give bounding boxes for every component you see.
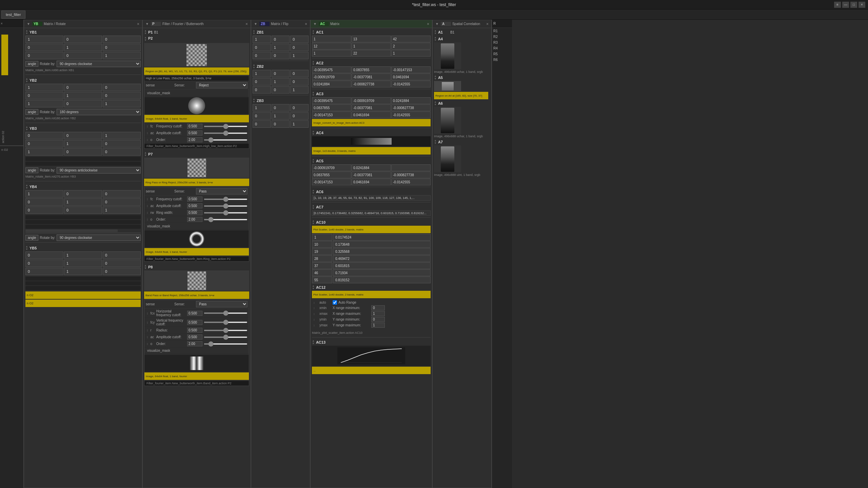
- ymax-input[interactable]: [371, 323, 385, 328]
- a6-arrows[interactable]: ▲▼: [434, 101, 437, 106]
- p7-sense-select[interactable]: Pass Reject: [196, 188, 248, 195]
- ac6-arrows[interactable]: ▲▼: [312, 189, 315, 195]
- ac4-arrows[interactable]: ▲▼: [312, 130, 315, 136]
- spatial-collapse[interactable]: ▼: [435, 22, 439, 26]
- minimize-button[interactable]: —: [842, 2, 849, 8]
- p2-o-slider[interactable]: [204, 139, 248, 141]
- yb5-arrows[interactable]: ▲▼: [25, 245, 28, 251]
- a4-arrows[interactable]: ▲▼: [434, 36, 437, 42]
- p2-fc-row: ↕ fc Frequency cutoff:: [144, 123, 249, 130]
- p8-fcy-slider[interactable]: [204, 322, 248, 323]
- ac1-matrix: 11342 1212 1221: [312, 36, 431, 57]
- p7-o-slider[interactable]: [204, 219, 248, 220]
- a1-arrows[interactable]: ▲▼: [434, 29, 437, 35]
- p8-r-input[interactable]: [187, 328, 202, 333]
- flip-close[interactable]: ×: [304, 22, 308, 26]
- p7-fc-input[interactable]: [187, 197, 202, 202]
- flip-title: Matrix / Flip: [271, 22, 289, 26]
- p2-ac-input[interactable]: [187, 130, 202, 136]
- ac5-arrows[interactable]: ▲▼: [312, 158, 315, 164]
- ac13-preview: [312, 346, 431, 366]
- yb4-angle-btn[interactable]: angle: [25, 235, 38, 241]
- matrix-rotate-close[interactable]: ×: [136, 22, 140, 26]
- p8-ac-slider[interactable]: [204, 337, 248, 338]
- p2-o-input[interactable]: [187, 137, 202, 142]
- fourier-close[interactable]: ×: [245, 22, 249, 26]
- yb4-matrix: 100 010 001: [25, 190, 141, 214]
- xmin-input[interactable]: [371, 305, 385, 310]
- ac10-arrows[interactable]: ▲▼: [312, 220, 315, 225]
- p2-fc-input[interactable]: [187, 124, 202, 129]
- p8-fcx-slider[interactable]: [204, 312, 248, 314]
- yb3-angle-btn[interactable]: angle: [25, 167, 38, 173]
- p8-fcx-input[interactable]: [187, 311, 202, 316]
- auto-range-row: ↕ auto Auto Range: [313, 300, 429, 305]
- ac2-arrows[interactable]: ▲▼: [312, 60, 315, 66]
- yb1-arrows[interactable]: ▲▼: [25, 29, 28, 35]
- a4-item: ▲▼ A4 Image, 496x688 uchar, 1 band, srgb: [434, 36, 490, 74]
- yb2-angle-btn[interactable]: angle: [25, 109, 38, 115]
- yb3-arrows[interactable]: ▲▼: [25, 126, 28, 131]
- p7-fc-slider[interactable]: [204, 199, 248, 200]
- p7-ac-slider[interactable]: [204, 205, 248, 207]
- matrix-rotate-collapse[interactable]: ▼: [26, 22, 31, 26]
- zb1-arrows[interactable]: ▲▼: [253, 29, 255, 35]
- spatial-content: ▲▼ A1 B1 ▲▼ A4 Image, 496x688 uchar, 1 b…: [433, 28, 491, 488]
- yb2-arrows[interactable]: ▲▼: [25, 78, 28, 83]
- yb1-rotate: angle Rotate by: 90 degrees clockwise 18…: [25, 61, 141, 67]
- p8-o-input[interactable]: [187, 341, 202, 346]
- ac7-arrows[interactable]: ▲▼: [312, 204, 315, 210]
- title-bar: *test_filter.ws - test_filter ≡ — □ ×: [0, 0, 868, 9]
- yb1-angle-btn[interactable]: angle: [25, 61, 38, 67]
- p2-ac-slider[interactable]: [204, 133, 248, 134]
- ac10-rows: 10.0174524 100.173648 190.325568 280.469…: [312, 234, 431, 283]
- p8-fcy-input[interactable]: [187, 320, 202, 325]
- zb2-arrows[interactable]: ▲▼: [253, 64, 255, 69]
- p7-arrows[interactable]: ▲▼: [144, 151, 147, 157]
- p7-o-input[interactable]: [187, 217, 202, 222]
- left-panel-collapse[interactable]: ×: [0, 22, 3, 25]
- ac12-arrows[interactable]: ▲▼: [312, 285, 315, 290]
- close-button[interactable]: ×: [859, 2, 865, 8]
- p2-sense-select[interactable]: Reject Pass: [196, 82, 248, 88]
- yb2-rotate-select[interactable]: 90 degrees clockwise 180 degrees 90 degr…: [57, 109, 141, 115]
- p7-rw-slider[interactable]: [204, 212, 248, 214]
- yb3-rotate-select[interactable]: 90 degrees clockwise 180 degrees 90 degr…: [57, 167, 141, 174]
- p1-arrows[interactable]: ▲▼: [144, 29, 147, 35]
- xmax-input[interactable]: [371, 311, 385, 316]
- ac-close[interactable]: ×: [426, 22, 430, 26]
- ymin-input[interactable]: [371, 317, 385, 322]
- p8-ac-input[interactable]: [187, 334, 202, 340]
- fourier-collapse[interactable]: ▼: [145, 22, 150, 26]
- tab-test-filter[interactable]: test_filter: [1, 11, 25, 19]
- spatial-close[interactable]: ×: [486, 22, 489, 26]
- p7-ac-input[interactable]: [187, 203, 202, 208]
- ac7-block: ▲▼ AC7 [0.17452241, 0.1736482, 0.3255682…: [312, 204, 431, 218]
- menu-button[interactable]: ≡: [834, 2, 841, 8]
- p8-arrows[interactable]: ▲▼: [144, 264, 147, 270]
- p7-ac-row: ↕ ac Amplitude cutoff:: [144, 203, 249, 209]
- p2-o-row: ↕ o Order:: [144, 137, 249, 143]
- p8-o-slider[interactable]: [204, 343, 248, 345]
- ac13-arrows[interactable]: ▲▼: [312, 340, 315, 345]
- ac3-arrows[interactable]: ▲▼: [312, 91, 315, 97]
- p8-sense-select[interactable]: Pass Reject: [196, 301, 248, 307]
- yb1-rotate-select[interactable]: 90 degrees clockwise 180 degrees 90 degr…: [57, 61, 141, 67]
- yb4-arrows[interactable]: ▲▼: [25, 184, 28, 189]
- p2-arrows[interactable]: ▲▼: [144, 36, 147, 42]
- ac1-arrows[interactable]: ▲▼: [312, 29, 315, 35]
- p7-rw-input[interactable]: [187, 210, 202, 215]
- maximize-button[interactable]: □: [850, 2, 857, 8]
- spatial-panel: ▼ A Spatial Correlation × ▲▼ A1 B1 ▲▼ A4: [432, 20, 492, 488]
- yb4-rotate-select[interactable]: 90 degrees clockwise: [57, 235, 141, 241]
- auto-range-checkbox[interactable]: [333, 300, 337, 305]
- flip-collapse[interactable]: ▼: [253, 22, 258, 26]
- p7-mask-preview: [144, 230, 249, 247]
- ac-collapse[interactable]: ▼: [313, 22, 317, 26]
- a5-arrows[interactable]: ▲▼: [434, 75, 437, 80]
- p8-r-slider[interactable]: [204, 330, 248, 331]
- p2-fc-slider[interactable]: [204, 126, 248, 127]
- a7-arrows[interactable]: ▲▼: [434, 139, 437, 145]
- ymin-row: ↕ ymin Y range minimum:: [313, 317, 429, 322]
- zb3-arrows[interactable]: ▲▼: [253, 98, 255, 103]
